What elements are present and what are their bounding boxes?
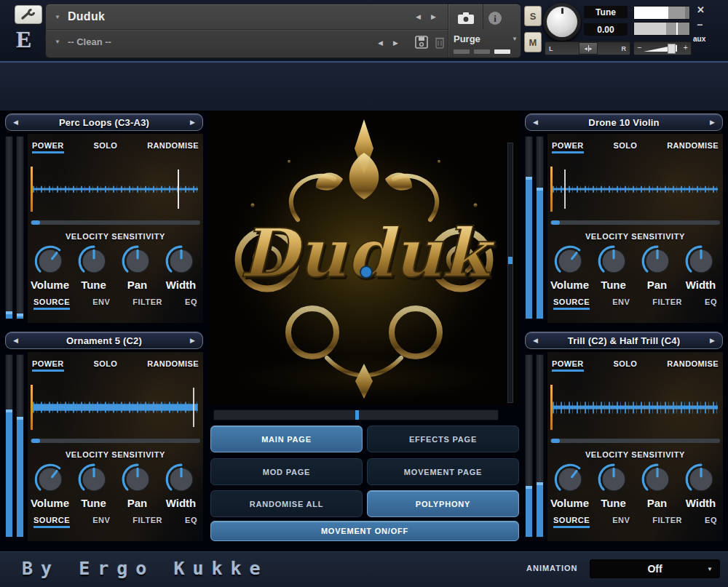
purge-dropdown[interactable]: Purge ▼ xyxy=(454,33,518,44)
center-vertical-slider[interactable] xyxy=(507,143,513,403)
waveform-display[interactable] xyxy=(549,381,721,434)
tab-env[interactable]: ENV xyxy=(612,298,630,310)
vertical-slider-2[interactable] xyxy=(16,354,24,538)
instrument-prev-button[interactable]: ◀ xyxy=(416,13,421,20)
volume-knob[interactable]: Volume xyxy=(29,463,71,509)
tune-knob[interactable]: Tune xyxy=(593,244,634,291)
vertical-slider-1[interactable] xyxy=(5,354,13,538)
pan-knob[interactable]: Pan xyxy=(116,244,158,291)
velocity-slider[interactable] xyxy=(550,220,720,225)
velocity-slider[interactable] xyxy=(31,439,200,443)
velocity-slider-handle[interactable] xyxy=(551,439,560,443)
solo-toggle[interactable]: SOLO xyxy=(613,141,637,153)
sample-start-marker[interactable] xyxy=(31,385,33,430)
velocity-slider-handle[interactable] xyxy=(31,220,40,225)
solo-toggle[interactable]: SOLO xyxy=(93,141,117,153)
randomise-button[interactable]: RANDOMISE xyxy=(667,141,719,153)
velocity-slider-handle[interactable] xyxy=(551,220,560,225)
pan-handle[interactable]: ◂▸ xyxy=(579,42,598,55)
tab-filter[interactable]: FILTER xyxy=(132,298,162,310)
sample-start-marker[interactable] xyxy=(550,385,553,430)
randomise-button[interactable]: RANDOMISE xyxy=(667,359,719,372)
tab-source[interactable]: SOURCE xyxy=(553,516,590,528)
articulation-selector[interactable]: ◀ Trill (C2) & Half Trill (C4) ▶ xyxy=(525,332,723,349)
waveform-display[interactable] xyxy=(549,163,721,215)
info-button[interactable]: i xyxy=(487,10,503,26)
volume-knob[interactable]: Volume xyxy=(549,463,590,509)
waveform-display[interactable] xyxy=(29,163,202,215)
tab-source[interactable]: SOURCE xyxy=(553,298,590,310)
tab-filter[interactable]: FILTER xyxy=(132,516,162,528)
articulation-selector[interactable]: ◀ Ornament 5 (C2) ▶ xyxy=(5,332,203,349)
randomise-all-button[interactable]: RANDOMISE ALL xyxy=(210,490,363,517)
preset-row[interactable]: ▼ -- Clean -- xyxy=(55,36,111,47)
width-knob[interactable]: Width xyxy=(160,244,202,291)
wrench-settings-button[interactable] xyxy=(15,5,42,24)
mod-page-button[interactable]: MOD PAGE xyxy=(210,458,363,485)
power-toggle[interactable]: POWER xyxy=(552,359,584,372)
articulation-prev-icon[interactable]: ◀ xyxy=(13,337,18,344)
power-toggle[interactable]: POWER xyxy=(552,141,584,153)
power-toggle[interactable]: POWER xyxy=(32,359,64,372)
slider-handle[interactable] xyxy=(17,314,23,316)
solo-toggle[interactable]: SOLO xyxy=(613,359,637,372)
waveform-display[interactable] xyxy=(29,381,202,434)
tab-env[interactable]: ENV xyxy=(92,516,110,528)
vertical-slider-2[interactable] xyxy=(536,136,544,319)
vertical-slider-1[interactable] xyxy=(5,136,13,319)
vertical-slider-1[interactable] xyxy=(525,136,533,319)
volume-handle[interactable] xyxy=(668,44,676,54)
tab-source[interactable]: SOURCE xyxy=(33,298,70,310)
movement-onoff-button[interactable]: MOVEMENT ON/OFF xyxy=(210,521,519,541)
randomise-button[interactable]: RANDOMISE xyxy=(147,359,199,372)
polyphony-button[interactable]: POLYPHONY xyxy=(367,490,519,517)
effects-page-button[interactable]: EFFECTS PAGE xyxy=(367,426,519,452)
pan-knob[interactable]: Pan xyxy=(636,244,678,291)
articulation-prev-icon[interactable]: ◀ xyxy=(533,119,538,126)
sample-start-marker[interactable] xyxy=(550,167,553,212)
vertical-slider-1[interactable] xyxy=(525,354,533,538)
velocity-slider-handle[interactable] xyxy=(31,439,40,443)
close-icon[interactable]: ✕ xyxy=(697,4,705,15)
articulation-next-icon[interactable]: ▶ xyxy=(710,119,715,126)
instrument-dropdown-icon[interactable]: ▼ xyxy=(55,14,60,20)
width-knob[interactable]: Width xyxy=(680,244,721,291)
vertical-slider-2[interactable] xyxy=(536,354,544,538)
mute-button[interactable]: M xyxy=(524,32,542,52)
slider-handle[interactable] xyxy=(6,410,12,412)
articulation-selector[interactable]: ◀ Perc Loops (C3-A3) ▶ xyxy=(5,113,203,131)
slider-handle[interactable] xyxy=(6,311,12,314)
tab-env[interactable]: ENV xyxy=(612,516,630,528)
randomise-button[interactable]: RANDOMISE xyxy=(147,141,199,153)
animation-dropdown[interactable]: Off ▼ xyxy=(590,559,720,578)
center-vertical-handle[interactable] xyxy=(508,257,513,264)
tab-eq[interactable]: EQ xyxy=(185,298,197,310)
slider-handle[interactable] xyxy=(17,417,23,420)
tune-knob[interactable]: Tune xyxy=(73,244,114,291)
slider-handle[interactable] xyxy=(537,188,543,191)
pan-knob[interactable]: Pan xyxy=(116,463,158,509)
velocity-slider[interactable] xyxy=(550,439,720,443)
sample-start-marker[interactable] xyxy=(31,167,33,212)
slider-handle[interactable] xyxy=(526,177,532,180)
power-toggle[interactable]: POWER xyxy=(32,141,64,153)
save-icon[interactable] xyxy=(414,35,429,49)
articulation-selector[interactable]: ◀ Drone 10 Violin ▶ xyxy=(525,113,723,131)
volume-plus[interactable]: + xyxy=(684,43,688,52)
snapshot-camera-button[interactable] xyxy=(455,10,477,26)
slider-handle[interactable] xyxy=(526,486,532,489)
volume-knob[interactable]: Volume xyxy=(549,244,590,291)
movement-page-button[interactable]: MOVEMENT PAGE xyxy=(367,458,519,485)
preset-dropdown-icon[interactable]: ▼ xyxy=(55,39,60,45)
pan-slider[interactable]: L R ◂▸ xyxy=(545,41,630,55)
tune-knob[interactable]: Tune xyxy=(593,463,634,509)
articulation-prev-icon[interactable]: ◀ xyxy=(533,337,538,344)
instrument-title-row[interactable]: ▼ Duduk xyxy=(55,10,105,23)
articulation-next-icon[interactable]: ▶ xyxy=(190,337,195,344)
velocity-slider[interactable] xyxy=(31,220,200,225)
tune-knob[interactable]: Tune xyxy=(73,463,114,509)
volume-knob[interactable]: Volume xyxy=(29,244,71,291)
solo-button[interactable]: S xyxy=(524,6,542,26)
tab-eq[interactable]: EQ xyxy=(705,298,717,310)
articulation-prev-icon[interactable]: ◀ xyxy=(13,119,18,126)
